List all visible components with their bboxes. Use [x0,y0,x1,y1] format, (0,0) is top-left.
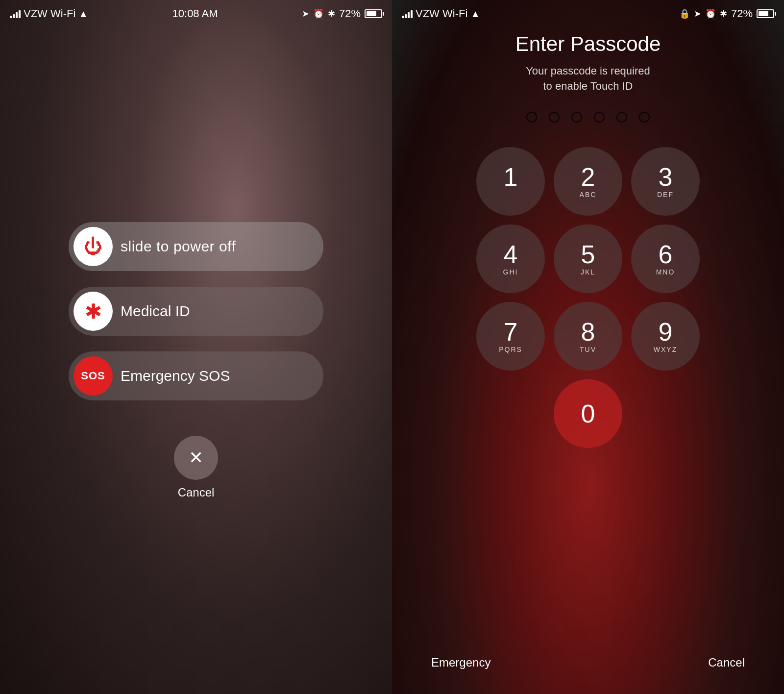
medical-id-button[interactable]: ✱ Medical ID [69,287,323,336]
num-button-5[interactable]: 5 JKL [554,224,622,293]
right-status-right: 🔒 ➤ ⏰ ✱ 72% [679,7,774,20]
right-alarm-icon: ⏰ [705,8,716,19]
battery-icon [365,9,382,18]
numpad: 1 2 ABC 3 DEF 4 GHI 5 JKL 6 MNO [476,147,700,448]
emergency-sos-label: Emergency SOS [121,368,230,384]
right-battery-icon [757,9,774,18]
num-button-2[interactable]: 2 ABC [554,147,622,216]
power-icon: ⏻ [84,237,102,256]
power-off-slider[interactable]: ⏻ slide to power off [69,222,323,271]
right-location-icon: ➤ [694,8,701,19]
medical-asterisk-icon: ✱ [85,299,102,323]
right-carrier-label: VZW Wi-Fi [416,7,467,20]
emergency-sos-button[interactable]: SOS Emergency SOS [69,351,323,400]
passcode-dot-4 [594,112,605,123]
battery-percent: 72% [339,7,361,20]
num-button-1[interactable]: 1 [476,147,545,216]
num-button-empty-right [631,379,700,448]
wifi-icon: ▲ [78,8,88,20]
passcode-bottom-bar: Emergency Cancel [412,646,764,684]
passcode-dot-1 [526,112,537,123]
passcode-dot-2 [549,112,560,123]
num-button-7[interactable]: 7 PQRS [476,302,545,371]
left-status-left: VZW Wi-Fi ▲ [10,7,88,20]
cancel-label: Cancel [178,486,215,499]
cancel-area: ✕ Cancel [174,436,218,499]
passcode-cancel-button[interactable]: Cancel [708,656,745,669]
right-signal-bars-icon [402,9,413,18]
time-label: 10:08 AM [172,7,218,20]
right-bluetooth-icon: ✱ [720,8,727,19]
bluetooth-icon: ✱ [328,8,335,19]
power-icon-circle: ⏻ [74,227,113,266]
right-wifi-icon: ▲ [470,8,480,20]
alarm-icon: ⏰ [313,8,324,19]
medical-id-label: Medical ID [121,303,190,320]
cancel-button[interactable]: ✕ [174,436,218,480]
passcode-dot-3 [571,112,582,123]
left-status-right: ➤ ⏰ ✱ 72% [302,7,382,20]
sos-badge-text: SOS [81,370,105,382]
close-icon: ✕ [189,447,203,468]
num-button-0[interactable]: 0 [554,379,622,448]
passcode-subtitle: Your passcode is required to enable Touc… [526,64,650,94]
right-battery-percent: 72% [731,7,753,20]
num-button-6[interactable]: 6 MNO [631,224,700,293]
passcode-title: Enter Passcode [515,32,661,56]
medical-id-icon-circle: ✱ [74,292,113,331]
left-phone-panel: VZW Wi-Fi ▲ 10:08 AM ➤ ⏰ ✱ 72% ⏻ slide t… [0,0,392,694]
passcode-dots [526,112,650,123]
lock-icon: 🔒 [679,8,690,19]
passcode-emergency-button[interactable]: Emergency [431,656,490,669]
num-button-8[interactable]: 8 TUV [554,302,622,371]
left-status-bar: VZW Wi-Fi ▲ 10:08 AM ➤ ⏰ ✱ 72% [0,0,392,27]
passcode-dot-5 [616,112,627,123]
right-status-left: VZW Wi-Fi ▲ [402,7,480,20]
location-icon: ➤ [302,8,309,19]
power-off-label: slide to power off [121,238,236,255]
left-content-area: ⏻ slide to power off ✱ Medical ID SOS Em… [0,27,392,694]
num-button-empty-left [476,379,545,448]
num-button-4[interactable]: 4 GHI [476,224,545,293]
right-status-bar: VZW Wi-Fi ▲ 🔒 ➤ ⏰ ✱ 72% [392,0,784,27]
num-button-3[interactable]: 3 DEF [631,147,700,216]
signal-bars-icon [10,9,21,18]
num-button-9[interactable]: 9 WXYZ [631,302,700,371]
right-phone-panel: VZW Wi-Fi ▲ 🔒 ➤ ⏰ ✱ 72% Enter Passcode Y… [392,0,784,694]
sos-badge-circle: SOS [74,356,113,396]
right-content-area: Enter Passcode Your passcode is required… [392,27,784,694]
carrier-label: VZW Wi-Fi [24,7,75,20]
passcode-dot-6 [639,112,650,123]
